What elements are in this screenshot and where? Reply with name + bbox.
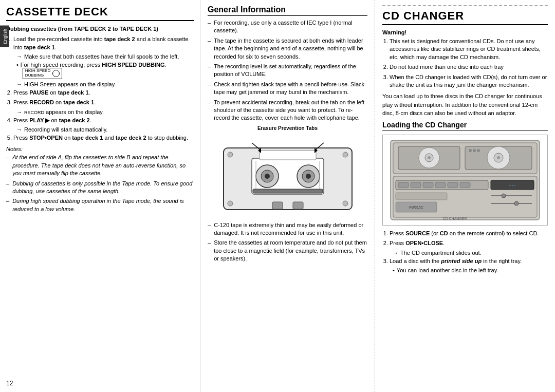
- high-speed-box: HIGH SPEEDDUBBING: [23, 68, 62, 79]
- cassette-deck-section: English CASSETTE DECK Dubbing cassettes …: [0, 0, 200, 392]
- high-speed-arrow: → HIGH SPEED appears on the display.: [16, 81, 194, 87]
- svg-rect-11: [260, 151, 316, 160]
- warning-3: When the CD changer is loaded with CD(s)…: [390, 73, 548, 89]
- cassette-illustration: [208, 135, 367, 217]
- warning-section: Warning! This set is designed for conven…: [382, 29, 548, 89]
- cd-device-svg: --- FW315C CD CHANGER: [388, 135, 542, 225]
- cassette-deck-title: CASSETTE DECK: [6, 5, 194, 21]
- gen-bullet-5: – To prevent accidental recording, break…: [208, 99, 367, 122]
- svg-text:CD CHANGER: CD CHANGER: [442, 217, 467, 220]
- svg-point-7: [306, 174, 311, 179]
- cd-changer-section: CD CHANGER Warning! This set is designed…: [375, 0, 555, 392]
- loading-step-3: Load a disc with the printed side up in …: [390, 257, 548, 265]
- step-1: Load the pre-recorded cassette into tape…: [13, 35, 194, 51]
- svg-point-28: [428, 156, 431, 159]
- svg-rect-45: [396, 193, 447, 200]
- gen-bullet-4: – Check and tighten slack tape with a pe…: [208, 81, 367, 97]
- warning-2: Do not load more than one disc into each…: [390, 63, 548, 71]
- svg-rect-41: [448, 182, 458, 188]
- cd-para: You can load up to three discs in the CD…: [382, 92, 548, 118]
- step-2: Press PAUSE on tape deck 1.: [13, 89, 194, 97]
- loading-cd-title: Loading the CD Changer: [382, 121, 548, 130]
- high-speed-item: • For high speed recording, press HIGH S…: [16, 62, 194, 79]
- gen-bullet-6: – C-120 tape is extremely thin and may b…: [208, 221, 367, 237]
- svg-rect-16: [272, 202, 283, 209]
- step2-arrow: → The CD compartment slides out.: [393, 250, 548, 256]
- svg-rect-39: [423, 182, 433, 188]
- svg-point-4: [265, 174, 270, 179]
- language-tab: English: [0, 26, 9, 47]
- cd-device-illustration: --- FW315C CD CHANGER: [382, 135, 548, 226]
- svg-point-51: [514, 201, 519, 206]
- steps-2-5: Press PAUSE on tape deck 1. Press RECORD…: [6, 89, 194, 107]
- general-bullets-top: – For recording, use only a cassette of …: [208, 19, 367, 122]
- notes-label: Notes:: [6, 146, 194, 152]
- svg-rect-40: [435, 182, 446, 188]
- step4-arrow: → Recording will start automatically.: [16, 126, 194, 133]
- page-number: 12: [6, 380, 13, 387]
- loading-steps: Press SOURCE (or CD on the remote contro…: [382, 230, 548, 273]
- warning-title: Warning!: [382, 29, 548, 35]
- steps-4-5: Press PLAY ▶ on tape deck 2.: [6, 117, 194, 124]
- step3-arrow: → RECORD appears on the display.: [16, 109, 194, 115]
- notes-section: Notes: – At the end of side A, flip the …: [6, 146, 194, 213]
- erasure-label: Erasure Prevention Tabs: [208, 125, 367, 131]
- gen-bullet-1: – For recording, use only a cassette of …: [208, 19, 367, 35]
- svg-text:---: ---: [509, 183, 516, 188]
- svg-point-14: [228, 201, 233, 206]
- svg-rect-38: [411, 182, 421, 188]
- loading-last-bullet: • You can load another disc in the left …: [393, 267, 548, 273]
- general-information-section: General Information – For recording, use…: [200, 0, 375, 392]
- svg-rect-17: [293, 202, 303, 209]
- dubbing-section: Dubbing cassettes (from TAPE DECK 2 to T…: [6, 25, 194, 142]
- loading-list: Press SOURCE (or CD on the remote contro…: [382, 230, 548, 248]
- dubbing-heading: Dubbing cassettes (from TAPE DECK 2 to T…: [6, 26, 158, 32]
- gen-bullet-2: – The tape in the cassette is secured at…: [208, 37, 367, 61]
- svg-rect-37: [398, 182, 409, 188]
- loading-step-2: Press OPEN•CLOSE.: [390, 239, 548, 247]
- gen-bullet-3: – The recording level is set automatical…: [208, 63, 367, 79]
- step-4: Press PLAY ▶ on tape deck 2.: [13, 117, 194, 124]
- svg-point-34: [477, 149, 480, 152]
- svg-point-12: [228, 152, 233, 157]
- svg-point-13: [343, 152, 348, 157]
- dubbing-steps: Load the pre-recorded cassette into tape…: [6, 35, 194, 51]
- step-5: Press STOP•OPEN on tape deck 1 and tape …: [13, 134, 194, 142]
- page: English CASSETTE DECK Dubbing cassettes …: [0, 0, 555, 392]
- loading-step-3-list: Load a disc with the printed side up in …: [382, 257, 548, 265]
- svg-point-33: [473, 149, 476, 152]
- svg-point-15: [343, 201, 348, 206]
- note-2: – Dubbing of cassettes is only possible …: [6, 180, 194, 196]
- step-5-list: Press STOP•OPEN on tape deck 1 and tape …: [6, 134, 194, 142]
- warning-list: This set is designed for conventional CD…: [382, 38, 548, 89]
- general-bullets-bottom: – C-120 tape is extremely thin and may b…: [208, 221, 367, 263]
- note-3: – During high speed dubbing operation in…: [6, 197, 194, 213]
- warning-1: This set is designed for conventional CD…: [390, 38, 548, 61]
- cassette-svg: [221, 135, 355, 217]
- cd-changer-title: CD CHANGER: [382, 5, 548, 25]
- loading-step-1: Press SOURCE (or CD on the remote contro…: [390, 230, 548, 237]
- high-speed-circle: [52, 70, 60, 77]
- note-1: – At the end of side A, flip the cassett…: [6, 154, 194, 177]
- svg-rect-42: [460, 182, 470, 188]
- svg-point-32: [469, 149, 472, 152]
- cd-paragraph: You can load up to three discs in the CD…: [382, 92, 548, 118]
- svg-text:FW315C: FW315C: [409, 206, 423, 209]
- svg-point-49: [502, 194, 506, 198]
- svg-point-31: [497, 156, 500, 159]
- gen-bullet-7: – Store the cassettes at room temperatur…: [208, 239, 367, 263]
- step1-note: → Make sure that both cassettes have the…: [16, 53, 194, 60]
- step-3: Press RECORD on tape deck 1.: [13, 99, 194, 106]
- general-info-title: General Information: [208, 5, 367, 16]
- svg-rect-10: [253, 189, 323, 193]
